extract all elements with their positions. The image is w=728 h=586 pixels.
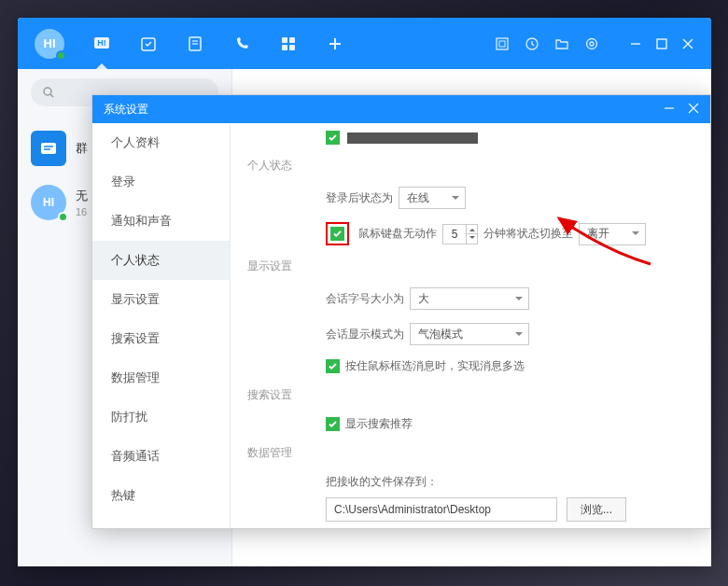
- nav-item-audio[interactable]: 音频通话: [92, 437, 230, 476]
- search-recommend-label: 显示搜索推荐: [345, 416, 413, 432]
- display-mode-select[interactable]: 气泡模式: [410, 323, 529, 345]
- close-icon[interactable]: [681, 37, 694, 50]
- gear-icon[interactable]: [584, 36, 599, 51]
- svg-point-16: [590, 42, 594, 46]
- dialog-close-icon[interactable]: [688, 103, 699, 117]
- login-status-label: 登录后状态为: [326, 190, 393, 206]
- group-avatar-icon: [31, 131, 66, 166]
- section-title-search: 搜索设置: [247, 387, 692, 403]
- svg-rect-12: [497, 38, 508, 49]
- nav-item-status[interactable]: 个人状态: [92, 241, 230, 280]
- folder-icon[interactable]: [554, 36, 569, 51]
- display-mode-label: 会话显示模式为: [326, 327, 404, 342]
- font-size-label: 会话字号大小为: [326, 291, 404, 307]
- save-path-label: 把接收的文件保存到：: [326, 474, 438, 490]
- nav-item-notify[interactable]: 通知和声音: [92, 202, 230, 241]
- search-icon: [42, 86, 55, 99]
- svg-rect-7: [289, 37, 295, 43]
- svg-text:H!: H!: [97, 38, 106, 48]
- user-avatar[interactable]: HI: [35, 29, 64, 59]
- nav-item-data[interactable]: 数据管理: [92, 358, 230, 398]
- svg-rect-23: [41, 143, 56, 154]
- idle-suffix: 分钟将状态切换至: [483, 226, 573, 242]
- spinner-up-icon[interactable]: [467, 225, 477, 234]
- idle-minutes-input[interactable]: [443, 225, 466, 244]
- section-title-data: 数据管理: [247, 445, 692, 461]
- svg-rect-8: [282, 45, 287, 50]
- annotation-highlight: [326, 222, 349, 245]
- nav-item-login[interactable]: 登录: [92, 162, 230, 202]
- history-icon[interactable]: [525, 36, 539, 51]
- dialog-title: 系统设置: [104, 102, 664, 118]
- spinner-down-icon[interactable]: [467, 233, 477, 244]
- maximize-icon[interactable]: [655, 37, 668, 50]
- settings-content: 个人状态 登录后状态为 在线 鼠标键盘无动作: [231, 123, 710, 528]
- idle-checkbox[interactable]: [330, 227, 344, 241]
- login-status-select[interactable]: 在线: [399, 187, 466, 209]
- titlebar: HI H!: [18, 18, 711, 69]
- section-title-display: 显示设置: [247, 258, 692, 274]
- avatar-text: HI: [44, 36, 56, 50]
- notes-icon[interactable]: [186, 35, 204, 53]
- drag-select-label: 按住鼠标框选消息时，实现消息多选: [345, 358, 525, 374]
- search-recommend-checkbox[interactable]: [326, 417, 340, 431]
- nav-item-profile[interactable]: 个人资料: [92, 123, 230, 162]
- settings-dialog: 系统设置 个人资料 登录 通知和声音 个人状态 显示设置 搜索设置 数据管理 防…: [91, 94, 711, 529]
- add-icon[interactable]: [326, 35, 344, 53]
- svg-rect-9: [289, 45, 295, 50]
- screenshot-icon[interactable]: [495, 36, 510, 51]
- font-size-select[interactable]: 大: [410, 287, 529, 310]
- idle-target-select[interactable]: 离开: [579, 223, 646, 245]
- drag-select-checkbox[interactable]: [326, 359, 340, 373]
- minimize-icon[interactable]: [629, 37, 642, 50]
- svg-rect-18: [657, 39, 666, 49]
- user-avatar-icon: HI: [31, 185, 66, 220]
- chat-tab-icon[interactable]: H!: [92, 35, 111, 53]
- dialog-titlebar: 系统设置: [92, 95, 710, 123]
- section-title-status: 个人状态: [247, 158, 692, 174]
- idle-minutes-spinner[interactable]: [442, 224, 478, 244]
- nav-item-hotkey[interactable]: 热键: [92, 476, 230, 515]
- status-online-dot: [56, 50, 66, 61]
- nav-item-display[interactable]: 显示设置: [92, 280, 230, 319]
- phone-icon[interactable]: [232, 35, 251, 53]
- status-online-dot: [58, 212, 68, 222]
- nav-item-security[interactable]: 安全: [92, 515, 230, 528]
- svg-rect-6: [282, 37, 287, 43]
- apps-icon[interactable]: [279, 35, 298, 53]
- checkbox-icon: [326, 131, 340, 145]
- settings-nav: 个人资料 登录 通知和声音 个人状态 显示设置 搜索设置 数据管理 防打扰 音频…: [92, 123, 231, 528]
- svg-point-15: [587, 38, 597, 49]
- svg-point-21: [44, 88, 51, 95]
- nav-item-dnd[interactable]: 防打扰: [92, 398, 230, 437]
- nav-item-search[interactable]: 搜索设置: [92, 319, 230, 358]
- svg-line-22: [50, 94, 53, 97]
- idle-label: 鼠标键盘无动作: [358, 226, 437, 242]
- calendar-icon[interactable]: [139, 35, 158, 53]
- browse-button[interactable]: 浏览...: [567, 497, 626, 522]
- dialog-minimize-icon[interactable]: [664, 103, 675, 117]
- svg-rect-13: [499, 41, 505, 47]
- save-path-input[interactable]: C:\Users\Administrator\Desktop: [326, 497, 557, 522]
